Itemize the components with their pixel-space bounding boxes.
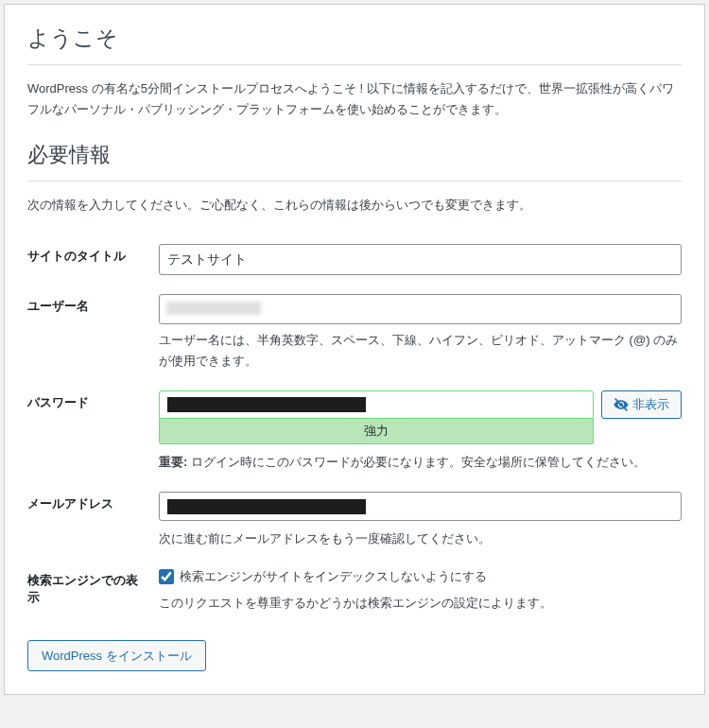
password-important-note: 重要: ログイン時にこのパスワードが必要になります。安全な場所に保管してください… xyxy=(159,452,682,473)
search-engine-checkbox-label[interactable]: 検索エンジンがサイトをインデックスしないようにする xyxy=(180,568,487,585)
username-input[interactable] xyxy=(159,294,682,324)
password-strength-meter: 強力 xyxy=(159,419,594,444)
email-hint: 次に進む前にメールアドレスをもう一度確認してください。 xyxy=(159,529,682,549)
email-redacted-value xyxy=(167,499,366,514)
password-hide-button-label: 非表示 xyxy=(632,396,669,413)
password-important-text: ログイン時にこのパスワードが必要になります。安全な場所に保管してください。 xyxy=(187,455,646,469)
password-important-label: 重要: xyxy=(159,455,187,469)
password-hide-button[interactable]: 非表示 xyxy=(601,390,682,419)
search-engine-hint: このリクエストを尊重するかどうかは検索エンジンの設定によります。 xyxy=(159,593,682,614)
required-info-heading: 必要情報 xyxy=(27,141,682,182)
search-engine-label: 検索エンジンでの表示 xyxy=(27,559,159,623)
site-title-label: サイトのタイトル xyxy=(27,234,159,284)
email-label: メールアドレス xyxy=(27,482,159,559)
password-redacted-value xyxy=(167,397,366,412)
site-title-input[interactable] xyxy=(159,244,682,274)
install-form-container: ようこそ WordPress の有名な5分間インストールプロセスへようこそ ! … xyxy=(4,4,705,695)
eye-slash-icon xyxy=(614,397,629,412)
password-label: パスワード xyxy=(27,381,159,482)
password-input[interactable] xyxy=(159,390,594,419)
welcome-heading: ようこそ xyxy=(27,24,682,65)
welcome-intro-text: WordPress の有名な5分間インストールプロセスへようこそ ! 以下に情報… xyxy=(27,78,682,120)
username-label: ユーザー名 xyxy=(27,285,159,382)
email-input[interactable] xyxy=(159,492,682,521)
install-form-table: サイトのタイトル ユーザー名 ユーザー名には、半角英数字、スペース、下線、ハイフ… xyxy=(27,234,682,623)
info-note-text: 次の情報を入力してください。ご心配なく、これらの情報は後からいつでも変更できます… xyxy=(27,195,682,216)
install-submit-button[interactable]: WordPress をインストール xyxy=(27,640,206,671)
username-hint: ユーザー名には、半角英数字、スペース、下線、ハイフン、ピリオド、アットマーク (… xyxy=(159,330,682,372)
search-engine-checkbox[interactable] xyxy=(159,569,174,584)
